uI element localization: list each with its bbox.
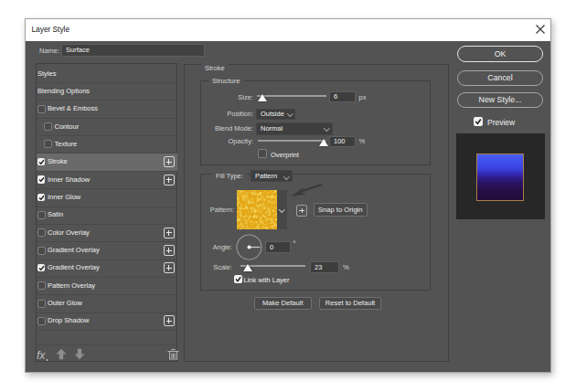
- svg-text:fx: fx: [37, 349, 46, 362]
